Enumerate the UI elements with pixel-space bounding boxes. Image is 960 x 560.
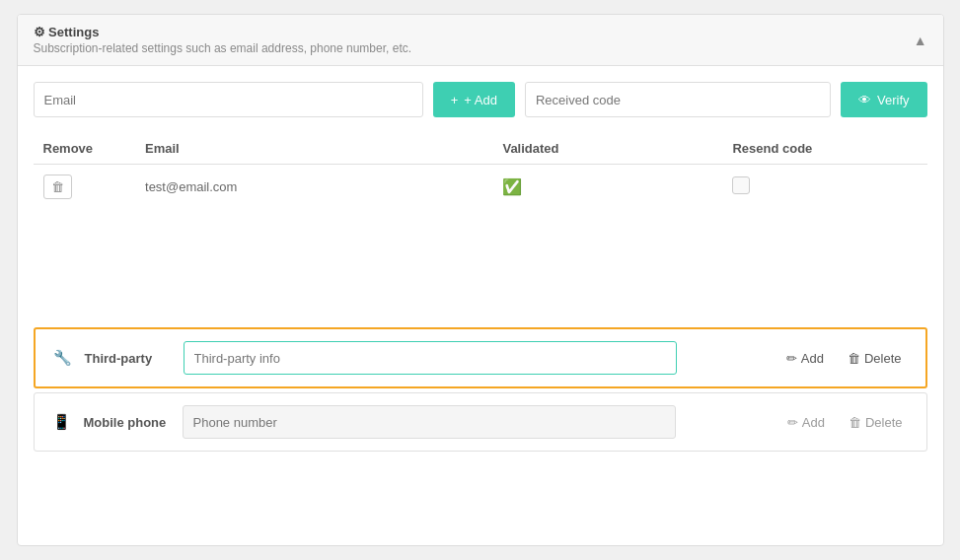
add-email-button[interactable]: + + Add <box>433 82 515 117</box>
panel-header-content: ⚙ Settings Subscription-related settings… <box>34 25 412 55</box>
col-header-validated: Validated <box>492 133 722 165</box>
email-cell: test@email.com <box>135 165 492 210</box>
info-rows-section: 🔧 Third-party ✏ Add 🗑 Delete 📱 M <box>34 327 927 452</box>
settings-panel: ⚙ Settings Subscription-related settings… <box>17 14 944 546</box>
validated-icon: ✅ <box>502 178 522 195</box>
eye-icon: 👁 <box>858 93 871 107</box>
verify-button[interactable]: 👁 Verify <box>841 82 927 117</box>
mobile-phone-add-label: Add <box>802 415 825 430</box>
mobile-phone-delete-button[interactable]: 🗑 Delete <box>841 411 911 434</box>
third-party-delete-button[interactable]: 🗑 Delete <box>840 347 910 370</box>
email-input-row: + + Add 👁 Verify <box>34 82 927 117</box>
mobile-phone-input <box>183 405 676 439</box>
mobile-phone-row: 📱 Mobile phone ✏ Add 🗑 Delete <box>34 392 927 452</box>
resend-checkbox[interactable] <box>732 176 750 194</box>
email-table: Remove Email Validated Resend code 🗑 tes… <box>34 133 927 209</box>
mobile-phone-add-button[interactable]: ✏ Add <box>779 411 833 434</box>
third-party-actions: ✏ Add 🗑 Delete <box>778 347 910 370</box>
third-party-delete-label: Delete <box>864 351 902 366</box>
resend-cell <box>722 165 926 210</box>
third-party-add-label: Add <box>801 351 824 366</box>
pencil-icon: ✏ <box>786 351 797 366</box>
third-party-row: 🔧 Third-party ✏ Add 🗑 Delete <box>34 327 927 388</box>
pencil-icon-phone: ✏ <box>787 415 798 430</box>
third-party-label: Third-party <box>85 351 174 366</box>
third-party-add-button[interactable]: ✏ Add <box>778 347 832 370</box>
wrench-icon: 🔧 <box>51 349 75 367</box>
received-code-input[interactable] <box>525 82 831 117</box>
trash-icon: 🗑 <box>848 351 860 366</box>
plus-icon: + <box>451 93 459 107</box>
add-email-label: + Add <box>464 93 497 107</box>
mobile-phone-actions: ✏ Add 🗑 Delete <box>779 411 911 434</box>
collapse-button[interactable]: ▲ <box>914 33 927 48</box>
email-input[interactable] <box>34 82 423 117</box>
col-header-resend: Resend code <box>722 133 926 165</box>
trash-icon-phone: 🗑 <box>849 415 861 430</box>
col-header-email: Email <box>135 133 492 165</box>
remove-cell: 🗑 <box>34 165 136 210</box>
mobile-phone-label: Mobile phone <box>84 415 173 430</box>
col-header-remove: Remove <box>34 133 136 165</box>
mobile-phone-delete-label: Delete <box>865 415 903 430</box>
panel-title: ⚙ Settings <box>34 25 412 39</box>
panel-body: + + Add 👁 Verify Remove Email Validated … <box>18 66 943 471</box>
validated-cell: ✅ <box>492 165 722 210</box>
panel-header: ⚙ Settings Subscription-related settings… <box>18 15 943 66</box>
table-row: 🗑 test@email.com ✅ <box>34 165 927 210</box>
remove-email-button[interactable]: 🗑 <box>43 175 72 199</box>
panel-subtitle: Subscription-related settings such as em… <box>34 41 412 55</box>
phone-icon: 📱 <box>50 413 74 431</box>
verify-label: Verify <box>877 93 910 107</box>
third-party-input[interactable] <box>184 341 677 375</box>
